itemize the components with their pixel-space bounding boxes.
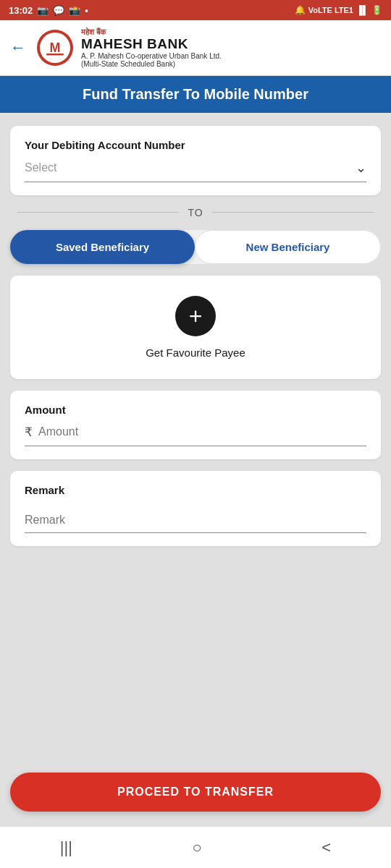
- amount-input-row: ₹: [25, 425, 366, 446]
- saved-beneficiary-tab[interactable]: Saved Beneficiary: [10, 230, 195, 264]
- favourite-payee-card[interactable]: + Get Favourite Payee: [10, 276, 381, 379]
- to-label: TO: [188, 207, 203, 218]
- page-title: Fund Transfer To Mobile Number: [14, 86, 377, 103]
- to-divider: TO: [10, 207, 381, 218]
- favourite-payee-label: Get Favourite Payee: [146, 346, 245, 359]
- proceed-button-wrap: PROCEED TO TRANSFER: [0, 765, 391, 826]
- chevron-down-icon: ⌄: [356, 160, 366, 176]
- status-bar-left: 13:02 📷 💬 📸 •: [9, 5, 88, 16]
- lte-label: VoLTE LTE1: [308, 6, 353, 14]
- time-display: 13:02: [9, 5, 33, 16]
- divider-left: [17, 212, 179, 213]
- new-beneficiary-tab[interactable]: New Beneficiary: [195, 230, 381, 264]
- whatsapp-icon: 💬: [53, 5, 64, 16]
- battery-icon: 🔋: [371, 5, 382, 15]
- remark-input[interactable]: [25, 514, 366, 533]
- bank-info: महेश बैंक MAHESH BANK A. P. Mahesh Co-op…: [81, 27, 222, 68]
- amount-label: Amount: [25, 404, 366, 416]
- proceed-transfer-button[interactable]: PROCEED TO TRANSFER: [10, 773, 381, 812]
- account-card: Your Debiting Account Number Select ⌄: [10, 126, 381, 195]
- bank-name-english: MAHESH BANK: [81, 37, 222, 52]
- bank-tagline1: A. P. Mahesh Co-operative Urban Bank Ltd…: [81, 52, 222, 60]
- beneficiary-tabs: Saved Beneficiary New Beneficiary: [10, 230, 381, 264]
- main-content: Your Debiting Account Number Select ⌄ TO…: [0, 113, 391, 765]
- logo-area: M महेश बैंक MAHESH BANK A. P. Mahesh Co-…: [36, 27, 222, 68]
- nav-home-icon[interactable]: ○: [193, 838, 202, 857]
- nav-back-icon[interactable]: <: [321, 838, 331, 857]
- alarm-icon: 🔔: [295, 5, 306, 15]
- plus-symbol: +: [189, 305, 203, 328]
- divider-right: [212, 212, 374, 213]
- bank-logo: M: [36, 29, 74, 67]
- remark-label: Remark: [25, 484, 366, 496]
- remark-card: Remark: [10, 471, 381, 546]
- status-bar-right: 🔔 VoLTE LTE1 ▐▌ 🔋: [295, 5, 382, 15]
- status-bar: 13:02 📷 💬 📸 • 🔔 VoLTE LTE1 ▐▌ 🔋: [0, 0, 391, 20]
- back-button[interactable]: ←: [10, 38, 26, 57]
- amount-input[interactable]: [38, 425, 366, 438]
- account-placeholder: Select: [25, 161, 56, 174]
- dot-icon: •: [85, 5, 88, 16]
- signal-icon: ▐▌: [356, 5, 369, 15]
- page-title-bar: Fund Transfer To Mobile Number: [0, 76, 391, 113]
- spacer: [10, 558, 381, 752]
- bottom-navigation: ||| ○ <: [0, 826, 391, 868]
- app-header: ← M महेश बैंक MAHESH BANK A. P. Mahesh C…: [0, 20, 391, 76]
- video-icon: 📷: [37, 5, 49, 16]
- account-section-label: Your Debiting Account Number: [25, 139, 366, 151]
- amount-card: Amount ₹: [10, 391, 381, 459]
- svg-rect-3: [46, 54, 64, 56]
- svg-text:M: M: [50, 41, 61, 55]
- camera-icon: 📸: [69, 5, 80, 16]
- account-select-row[interactable]: Select ⌄: [25, 160, 366, 182]
- bank-tagline2: (Multi-State Scheduled Bank): [81, 60, 222, 68]
- rupee-symbol: ₹: [25, 425, 33, 440]
- nav-menu-icon[interactable]: |||: [60, 838, 72, 857]
- add-payee-icon: +: [175, 296, 216, 336]
